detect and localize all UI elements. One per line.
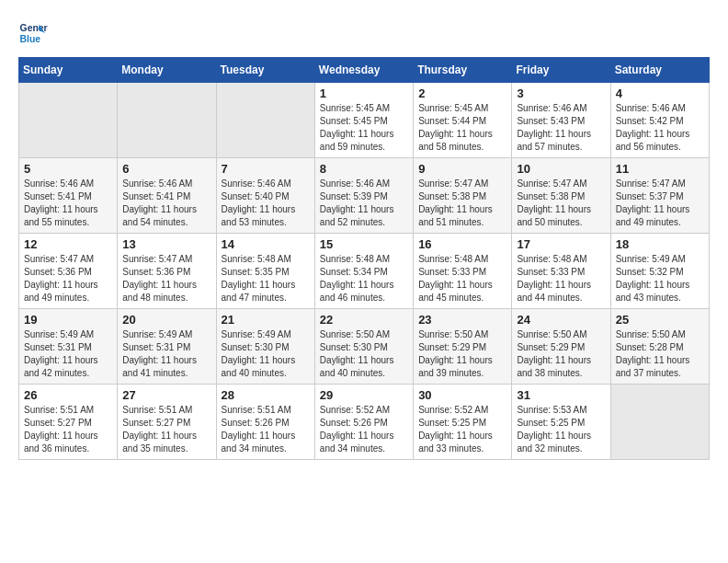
day-info: Sunrise: 5:47 AMSunset: 5:36 PMDaylight:…	[122, 253, 210, 304]
day-number: 30	[418, 388, 506, 402]
calendar-cell: 27Sunrise: 5:51 AMSunset: 5:27 PMDayligh…	[118, 385, 216, 460]
day-number: 1	[320, 86, 408, 100]
day-info: Sunrise: 5:49 AMSunset: 5:30 PMDaylight:…	[222, 328, 310, 380]
calendar-cell	[19, 83, 118, 158]
day-number: 22	[320, 313, 408, 327]
day-number: 8	[320, 162, 408, 176]
column-header-wednesday: Wednesday	[314, 58, 413, 83]
day-number: 15	[320, 237, 408, 251]
calendar-cell: 13Sunrise: 5:47 AMSunset: 5:36 PMDayligh…	[118, 234, 216, 309]
calendar-cell: 29Sunrise: 5:52 AMSunset: 5:26 PMDayligh…	[314, 385, 413, 460]
page-header: General Blue	[18, 18, 710, 48]
day-number: 2	[418, 86, 506, 100]
day-info: Sunrise: 5:53 AMSunset: 5:25 PMDaylight:…	[517, 404, 605, 455]
calendar-week-row: 19Sunrise: 5:49 AMSunset: 5:31 PMDayligh…	[19, 309, 710, 385]
calendar-cell: 4Sunrise: 5:46 AMSunset: 5:42 PMDaylight…	[610, 83, 709, 158]
day-info: Sunrise: 5:45 AMSunset: 5:44 PMDaylight:…	[418, 102, 506, 154]
day-number: 19	[24, 313, 112, 327]
day-number: 29	[320, 388, 408, 402]
calendar-cell: 23Sunrise: 5:50 AMSunset: 5:29 PMDayligh…	[414, 309, 512, 385]
calendar-cell: 14Sunrise: 5:48 AMSunset: 5:35 PMDayligh…	[216, 234, 314, 309]
day-number: 21	[222, 313, 310, 327]
day-info: Sunrise: 5:48 AMSunset: 5:35 PMDaylight:…	[222, 253, 310, 304]
calendar-week-row: 12Sunrise: 5:47 AMSunset: 5:36 PMDayligh…	[19, 234, 710, 309]
calendar-cell: 17Sunrise: 5:48 AMSunset: 5:33 PMDayligh…	[512, 234, 610, 309]
calendar-cell: 16Sunrise: 5:48 AMSunset: 5:33 PMDayligh…	[414, 234, 512, 309]
day-number: 27	[122, 388, 210, 402]
day-info: Sunrise: 5:46 AMSunset: 5:41 PMDaylight:…	[122, 178, 210, 229]
calendar-cell: 5Sunrise: 5:46 AMSunset: 5:41 PMDaylight…	[19, 158, 118, 234]
calendar-cell: 7Sunrise: 5:46 AMSunset: 5:40 PMDaylight…	[216, 158, 314, 234]
calendar-cell: 6Sunrise: 5:46 AMSunset: 5:41 PMDaylight…	[118, 158, 216, 234]
day-number: 4	[616, 86, 704, 100]
calendar-week-row: 1Sunrise: 5:45 AMSunset: 5:45 PMDaylight…	[19, 83, 710, 158]
day-info: Sunrise: 5:51 AMSunset: 5:27 PMDaylight:…	[122, 404, 210, 455]
calendar-header-row: SundayMondayTuesdayWednesdayThursdayFrid…	[19, 58, 710, 83]
calendar-cell: 26Sunrise: 5:51 AMSunset: 5:27 PMDayligh…	[19, 385, 118, 460]
calendar-cell: 3Sunrise: 5:46 AMSunset: 5:43 PMDaylight…	[512, 83, 610, 158]
calendar-cell: 18Sunrise: 5:49 AMSunset: 5:32 PMDayligh…	[610, 234, 709, 309]
calendar-cell	[610, 385, 709, 460]
day-info: Sunrise: 5:47 AMSunset: 5:37 PMDaylight:…	[616, 178, 704, 229]
day-info: Sunrise: 5:47 AMSunset: 5:38 PMDaylight:…	[517, 178, 605, 229]
column-header-sunday: Sunday	[19, 58, 118, 83]
calendar-cell: 25Sunrise: 5:50 AMSunset: 5:28 PMDayligh…	[610, 309, 709, 385]
day-number: 26	[24, 388, 112, 402]
day-info: Sunrise: 5:49 AMSunset: 5:32 PMDaylight:…	[616, 253, 704, 304]
day-info: Sunrise: 5:52 AMSunset: 5:26 PMDaylight:…	[320, 404, 408, 455]
day-number: 25	[616, 313, 704, 327]
calendar-cell	[118, 83, 216, 158]
day-info: Sunrise: 5:52 AMSunset: 5:25 PMDaylight:…	[418, 404, 506, 455]
day-info: Sunrise: 5:51 AMSunset: 5:26 PMDaylight:…	[222, 404, 310, 455]
day-number: 3	[517, 86, 605, 100]
column-header-monday: Monday	[118, 58, 216, 83]
day-info: Sunrise: 5:48 AMSunset: 5:34 PMDaylight:…	[320, 253, 408, 304]
day-info: Sunrise: 5:46 AMSunset: 5:41 PMDaylight:…	[24, 178, 112, 229]
calendar-cell: 30Sunrise: 5:52 AMSunset: 5:25 PMDayligh…	[414, 385, 512, 460]
day-info: Sunrise: 5:47 AMSunset: 5:38 PMDaylight:…	[418, 178, 506, 229]
column-header-friday: Friday	[512, 58, 610, 83]
day-info: Sunrise: 5:51 AMSunset: 5:27 PMDaylight:…	[24, 404, 112, 455]
day-number: 9	[418, 162, 506, 176]
logo: General Blue	[18, 18, 51, 48]
day-info: Sunrise: 5:48 AMSunset: 5:33 PMDaylight:…	[418, 253, 506, 304]
day-info: Sunrise: 5:48 AMSunset: 5:33 PMDaylight:…	[517, 253, 605, 304]
day-number: 14	[222, 237, 310, 251]
calendar-cell: 12Sunrise: 5:47 AMSunset: 5:36 PMDayligh…	[19, 234, 118, 309]
day-info: Sunrise: 5:46 AMSunset: 5:43 PMDaylight:…	[517, 102, 605, 154]
day-number: 5	[24, 162, 112, 176]
calendar-week-row: 5Sunrise: 5:46 AMSunset: 5:41 PMDaylight…	[19, 158, 710, 234]
day-info: Sunrise: 5:45 AMSunset: 5:45 PMDaylight:…	[320, 102, 408, 154]
day-info: Sunrise: 5:46 AMSunset: 5:40 PMDaylight:…	[222, 178, 310, 229]
calendar-cell: 2Sunrise: 5:45 AMSunset: 5:44 PMDaylight…	[414, 83, 512, 158]
day-info: Sunrise: 5:50 AMSunset: 5:28 PMDaylight:…	[616, 328, 704, 380]
day-number: 7	[222, 162, 310, 176]
day-number: 10	[517, 162, 605, 176]
day-number: 31	[517, 388, 605, 402]
calendar-week-row: 26Sunrise: 5:51 AMSunset: 5:27 PMDayligh…	[19, 385, 710, 460]
column-header-saturday: Saturday	[610, 58, 709, 83]
calendar-cell: 22Sunrise: 5:50 AMSunset: 5:30 PMDayligh…	[314, 309, 413, 385]
calendar-cell: 10Sunrise: 5:47 AMSunset: 5:38 PMDayligh…	[512, 158, 610, 234]
calendar-cell: 20Sunrise: 5:49 AMSunset: 5:31 PMDayligh…	[118, 309, 216, 385]
day-number: 12	[24, 237, 112, 251]
calendar-cell	[216, 83, 314, 158]
calendar-cell: 21Sunrise: 5:49 AMSunset: 5:30 PMDayligh…	[216, 309, 314, 385]
day-number: 18	[616, 237, 704, 251]
column-header-thursday: Thursday	[414, 58, 512, 83]
day-number: 11	[616, 162, 704, 176]
day-number: 13	[122, 237, 210, 251]
calendar-cell: 28Sunrise: 5:51 AMSunset: 5:26 PMDayligh…	[216, 385, 314, 460]
day-info: Sunrise: 5:50 AMSunset: 5:29 PMDaylight:…	[418, 328, 506, 380]
calendar-cell: 11Sunrise: 5:47 AMSunset: 5:37 PMDayligh…	[610, 158, 709, 234]
day-info: Sunrise: 5:50 AMSunset: 5:29 PMDaylight:…	[517, 328, 605, 380]
calendar-cell: 19Sunrise: 5:49 AMSunset: 5:31 PMDayligh…	[19, 309, 118, 385]
logo-icon: General Blue	[18, 18, 48, 48]
calendar-table: SundayMondayTuesdayWednesdayThursdayFrid…	[18, 57, 710, 460]
calendar-cell: 8Sunrise: 5:46 AMSunset: 5:39 PMDaylight…	[314, 158, 413, 234]
day-info: Sunrise: 5:49 AMSunset: 5:31 PMDaylight:…	[24, 328, 112, 380]
day-number: 23	[418, 313, 506, 327]
column-header-tuesday: Tuesday	[216, 58, 314, 83]
day-number: 24	[517, 313, 605, 327]
day-info: Sunrise: 5:49 AMSunset: 5:31 PMDaylight:…	[122, 328, 210, 380]
